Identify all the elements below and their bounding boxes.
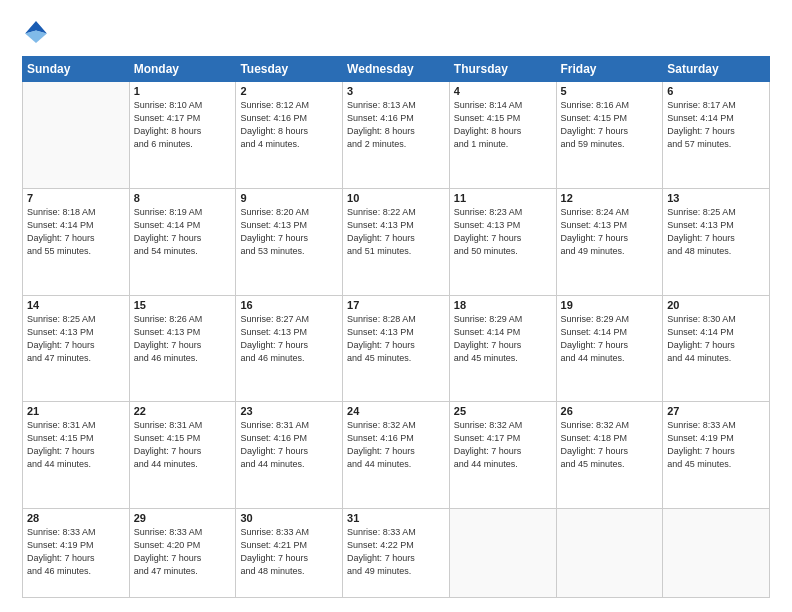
day-info: Sunrise: 8:24 AM Sunset: 4:13 PM Dayligh… (561, 206, 659, 258)
day-header-row: SundayMondayTuesdayWednesdayThursdayFrid… (23, 57, 770, 82)
day-info: Sunrise: 8:22 AM Sunset: 4:13 PM Dayligh… (347, 206, 445, 258)
day-info: Sunrise: 8:26 AM Sunset: 4:13 PM Dayligh… (134, 313, 232, 365)
day-info: Sunrise: 8:17 AM Sunset: 4:14 PM Dayligh… (667, 99, 765, 151)
day-number: 12 (561, 192, 659, 204)
day-number: 11 (454, 192, 552, 204)
calendar-cell: 23Sunrise: 8:31 AM Sunset: 4:16 PM Dayli… (236, 402, 343, 509)
day-info: Sunrise: 8:33 AM Sunset: 4:20 PM Dayligh… (134, 526, 232, 578)
calendar-cell: 11Sunrise: 8:23 AM Sunset: 4:13 PM Dayli… (449, 188, 556, 295)
day-number: 16 (240, 299, 338, 311)
day-number: 14 (27, 299, 125, 311)
day-info: Sunrise: 8:33 AM Sunset: 4:19 PM Dayligh… (27, 526, 125, 578)
calendar-cell: 1Sunrise: 8:10 AM Sunset: 4:17 PM Daylig… (129, 82, 236, 189)
day-number: 30 (240, 512, 338, 524)
calendar-cell: 27Sunrise: 8:33 AM Sunset: 4:19 PM Dayli… (663, 402, 770, 509)
calendar-cell (663, 509, 770, 598)
day-info: Sunrise: 8:29 AM Sunset: 4:14 PM Dayligh… (454, 313, 552, 365)
header (22, 18, 770, 46)
day-number: 20 (667, 299, 765, 311)
calendar-cell: 26Sunrise: 8:32 AM Sunset: 4:18 PM Dayli… (556, 402, 663, 509)
col-header-monday: Monday (129, 57, 236, 82)
col-header-sunday: Sunday (23, 57, 130, 82)
calendar-cell: 21Sunrise: 8:31 AM Sunset: 4:15 PM Dayli… (23, 402, 130, 509)
day-number: 27 (667, 405, 765, 417)
day-info: Sunrise: 8:31 AM Sunset: 4:16 PM Dayligh… (240, 419, 338, 471)
day-number: 2 (240, 85, 338, 97)
calendar-cell: 29Sunrise: 8:33 AM Sunset: 4:20 PM Dayli… (129, 509, 236, 598)
col-header-thursday: Thursday (449, 57, 556, 82)
page: SundayMondayTuesdayWednesdayThursdayFrid… (0, 0, 792, 612)
day-number: 6 (667, 85, 765, 97)
calendar-cell: 9Sunrise: 8:20 AM Sunset: 4:13 PM Daylig… (236, 188, 343, 295)
day-number: 23 (240, 405, 338, 417)
day-info: Sunrise: 8:25 AM Sunset: 4:13 PM Dayligh… (667, 206, 765, 258)
day-info: Sunrise: 8:19 AM Sunset: 4:14 PM Dayligh… (134, 206, 232, 258)
day-info: Sunrise: 8:28 AM Sunset: 4:13 PM Dayligh… (347, 313, 445, 365)
day-number: 1 (134, 85, 232, 97)
calendar-cell: 25Sunrise: 8:32 AM Sunset: 4:17 PM Dayli… (449, 402, 556, 509)
calendar-cell: 20Sunrise: 8:30 AM Sunset: 4:14 PM Dayli… (663, 295, 770, 402)
calendar-cell: 22Sunrise: 8:31 AM Sunset: 4:15 PM Dayli… (129, 402, 236, 509)
day-number: 31 (347, 512, 445, 524)
day-number: 10 (347, 192, 445, 204)
calendar-cell: 16Sunrise: 8:27 AM Sunset: 4:13 PM Dayli… (236, 295, 343, 402)
day-number: 15 (134, 299, 232, 311)
day-info: Sunrise: 8:16 AM Sunset: 4:15 PM Dayligh… (561, 99, 659, 151)
calendar-cell: 12Sunrise: 8:24 AM Sunset: 4:13 PM Dayli… (556, 188, 663, 295)
calendar-cell: 13Sunrise: 8:25 AM Sunset: 4:13 PM Dayli… (663, 188, 770, 295)
day-number: 19 (561, 299, 659, 311)
day-info: Sunrise: 8:32 AM Sunset: 4:17 PM Dayligh… (454, 419, 552, 471)
col-header-wednesday: Wednesday (343, 57, 450, 82)
day-info: Sunrise: 8:33 AM Sunset: 4:21 PM Dayligh… (240, 526, 338, 578)
calendar-cell: 10Sunrise: 8:22 AM Sunset: 4:13 PM Dayli… (343, 188, 450, 295)
day-info: Sunrise: 8:31 AM Sunset: 4:15 PM Dayligh… (27, 419, 125, 471)
calendar-cell: 5Sunrise: 8:16 AM Sunset: 4:15 PM Daylig… (556, 82, 663, 189)
day-number: 7 (27, 192, 125, 204)
logo-icon (22, 18, 50, 46)
day-info: Sunrise: 8:33 AM Sunset: 4:19 PM Dayligh… (667, 419, 765, 471)
calendar-cell: 3Sunrise: 8:13 AM Sunset: 4:16 PM Daylig… (343, 82, 450, 189)
calendar-cell: 7Sunrise: 8:18 AM Sunset: 4:14 PM Daylig… (23, 188, 130, 295)
calendar-cell: 30Sunrise: 8:33 AM Sunset: 4:21 PM Dayli… (236, 509, 343, 598)
day-number: 13 (667, 192, 765, 204)
calendar-cell: 15Sunrise: 8:26 AM Sunset: 4:13 PM Dayli… (129, 295, 236, 402)
calendar-cell (556, 509, 663, 598)
col-header-friday: Friday (556, 57, 663, 82)
day-number: 4 (454, 85, 552, 97)
day-info: Sunrise: 8:20 AM Sunset: 4:13 PM Dayligh… (240, 206, 338, 258)
day-number: 24 (347, 405, 445, 417)
day-info: Sunrise: 8:18 AM Sunset: 4:14 PM Dayligh… (27, 206, 125, 258)
calendar-cell: 14Sunrise: 8:25 AM Sunset: 4:13 PM Dayli… (23, 295, 130, 402)
day-info: Sunrise: 8:27 AM Sunset: 4:13 PM Dayligh… (240, 313, 338, 365)
day-info: Sunrise: 8:33 AM Sunset: 4:22 PM Dayligh… (347, 526, 445, 578)
calendar-cell: 17Sunrise: 8:28 AM Sunset: 4:13 PM Dayli… (343, 295, 450, 402)
day-number: 3 (347, 85, 445, 97)
calendar-cell: 19Sunrise: 8:29 AM Sunset: 4:14 PM Dayli… (556, 295, 663, 402)
calendar-cell (23, 82, 130, 189)
day-info: Sunrise: 8:14 AM Sunset: 4:15 PM Dayligh… (454, 99, 552, 151)
day-info: Sunrise: 8:31 AM Sunset: 4:15 PM Dayligh… (134, 419, 232, 471)
calendar-cell: 31Sunrise: 8:33 AM Sunset: 4:22 PM Dayli… (343, 509, 450, 598)
calendar-table: SundayMondayTuesdayWednesdayThursdayFrid… (22, 56, 770, 598)
day-number: 18 (454, 299, 552, 311)
day-info: Sunrise: 8:25 AM Sunset: 4:13 PM Dayligh… (27, 313, 125, 365)
day-info: Sunrise: 8:13 AM Sunset: 4:16 PM Dayligh… (347, 99, 445, 151)
day-number: 17 (347, 299, 445, 311)
day-number: 28 (27, 512, 125, 524)
calendar-cell: 2Sunrise: 8:12 AM Sunset: 4:16 PM Daylig… (236, 82, 343, 189)
calendar-cell: 4Sunrise: 8:14 AM Sunset: 4:15 PM Daylig… (449, 82, 556, 189)
day-number: 8 (134, 192, 232, 204)
col-header-tuesday: Tuesday (236, 57, 343, 82)
day-number: 26 (561, 405, 659, 417)
day-info: Sunrise: 8:12 AM Sunset: 4:16 PM Dayligh… (240, 99, 338, 151)
col-header-saturday: Saturday (663, 57, 770, 82)
calendar-cell (449, 509, 556, 598)
day-info: Sunrise: 8:23 AM Sunset: 4:13 PM Dayligh… (454, 206, 552, 258)
calendar-cell: 28Sunrise: 8:33 AM Sunset: 4:19 PM Dayli… (23, 509, 130, 598)
day-number: 9 (240, 192, 338, 204)
day-info: Sunrise: 8:29 AM Sunset: 4:14 PM Dayligh… (561, 313, 659, 365)
day-number: 21 (27, 405, 125, 417)
day-info: Sunrise: 8:32 AM Sunset: 4:18 PM Dayligh… (561, 419, 659, 471)
calendar-cell: 8Sunrise: 8:19 AM Sunset: 4:14 PM Daylig… (129, 188, 236, 295)
day-number: 5 (561, 85, 659, 97)
